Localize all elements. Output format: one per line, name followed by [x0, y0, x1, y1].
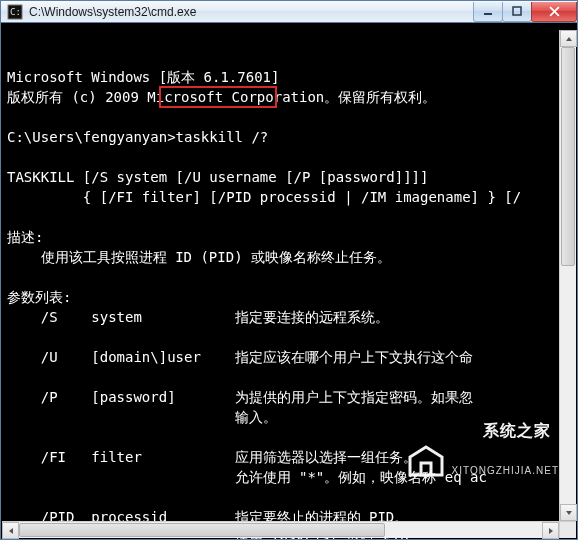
- console-line: 使用该工具按照进程 ID (PID) 或映像名称终止任务。: [7, 247, 571, 267]
- console-line: 描述:: [7, 227, 571, 247]
- maximize-button[interactable]: [502, 2, 532, 22]
- minimize-button[interactable]: [473, 2, 503, 22]
- console-line: [7, 367, 571, 387]
- console-line: TASKKILL [/S system [/U username [/P [pa…: [7, 167, 571, 187]
- console-line: /FI filter 应用筛选器以选择一组任务。: [7, 447, 571, 467]
- svg-rect-2: [484, 13, 492, 15]
- console-line: [7, 427, 571, 447]
- console-line: /P [password] 为提供的用户上下文指定密码。如果忽: [7, 387, 571, 407]
- vertical-scroll-thumb[interactable]: [561, 47, 575, 266]
- scroll-left-button[interactable]: [2, 522, 19, 539]
- console-output[interactable]: Microsoft Windows [版本 6.1.7601]版权所有 (c) …: [1, 23, 577, 539]
- scroll-right-button[interactable]: [542, 522, 559, 539]
- cmd-icon: C:: [7, 4, 23, 20]
- console-line: 允许使用 "*"。例如，映像名称 eq ac: [7, 467, 571, 487]
- console-line: [7, 107, 571, 127]
- console-line: [7, 327, 571, 347]
- vertical-scrollbar[interactable]: [559, 30, 576, 521]
- window-buttons: [474, 2, 577, 22]
- close-button[interactable]: [531, 2, 577, 22]
- horizontal-scroll-thumb[interactable]: [19, 523, 385, 537]
- console-line: { [/FI filter] [/PID processid | /IM ima…: [7, 187, 571, 207]
- console-line: 参数列表:: [7, 287, 571, 307]
- svg-text:C:: C:: [10, 7, 21, 17]
- scroll-up-button[interactable]: [560, 30, 577, 47]
- horizontal-scroll-track[interactable]: [19, 522, 542, 538]
- svg-rect-3: [513, 7, 521, 15]
- console-line: 版权所有 (c) 2009 Microsoft Corporation。保留所有…: [7, 87, 571, 107]
- vertical-scroll-track[interactable]: [560, 47, 576, 504]
- console-line: /U [domain\]user 指定应该在哪个用户上下文执行这个命: [7, 347, 571, 367]
- console-line: /S system 指定要连接的远程系统。: [7, 307, 571, 327]
- console-line: Microsoft Windows [版本 6.1.7601]: [7, 67, 571, 87]
- console-line: [7, 207, 571, 227]
- console-line: 输入。: [7, 407, 571, 427]
- console-line: C:\Users\fengyanyan>taskkill /?: [7, 127, 571, 147]
- titlebar[interactable]: C: C:\Windows\system32\cmd.exe: [1, 1, 577, 23]
- console-line: [7, 487, 571, 507]
- cmd-window: C: C:\Windows\system32\cmd.exe Microsoft…: [0, 0, 578, 540]
- console-line: [7, 147, 571, 167]
- window-title: C:\Windows\system32\cmd.exe: [29, 5, 474, 19]
- size-grip[interactable]: [559, 521, 576, 538]
- horizontal-scrollbar[interactable]: [2, 521, 559, 538]
- scroll-down-button[interactable]: [560, 504, 577, 521]
- console-line: [7, 267, 571, 287]
